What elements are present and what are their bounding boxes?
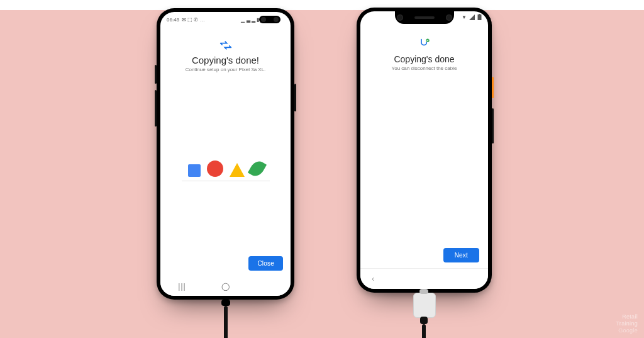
page-subtitle: You can disconnect the cable — [360, 65, 488, 71]
watermark-line: Training — [616, 320, 638, 327]
power-button — [492, 77, 494, 98]
shape-square-icon — [188, 164, 201, 177]
svg-rect-0 — [478, 14, 482, 20]
google-shapes-illustration — [182, 161, 270, 181]
punch-hole-camera — [259, 16, 280, 23]
usb-cable — [224, 306, 228, 338]
source-phone: 06:48 ✉ ⬚ ✆ … ▁ ▃ ▂ ▮ Copying's done! Co… — [157, 8, 294, 300]
shape-leaf-icon — [247, 159, 266, 179]
source-screen: 06:48 ✉ ⬚ ✆ … ▁ ▃ ▂ ▮ Copying's done! Co… — [160, 12, 291, 296]
status-left-icons: ✉ ⬚ ✆ … — [182, 17, 205, 23]
shape-circle-icon — [207, 161, 223, 177]
display-notch — [395, 11, 454, 24]
nav-recents-icon[interactable]: ||| — [174, 282, 191, 291]
watermark-line: Retail — [616, 313, 638, 320]
navigation-bar: ‹ — [360, 268, 488, 289]
status-right-icons: ▁ ▃ ▂ ▮ — [241, 17, 259, 23]
usb-c-tip — [419, 289, 428, 294]
volume-button — [492, 108, 494, 144]
power-button — [294, 84, 296, 111]
svg-rect-1 — [479, 14, 480, 14]
status-bar: ▼ — [462, 14, 482, 20]
watermark: Retail Training Google — [616, 313, 638, 334]
watermark-line: Google — [616, 327, 638, 334]
usb-cable — [422, 324, 426, 338]
transfer-icon — [160, 40, 291, 51]
page-title: Copying's done! — [160, 55, 291, 65]
stage: 06:48 ✉ ⬚ ✆ … ▁ ▃ ▂ ▮ Copying's done! Co… — [0, 0, 644, 338]
transfer-complete-icon — [360, 38, 488, 50]
front-camera-icon — [397, 14, 403, 21]
close-button[interactable]: Close — [248, 256, 283, 271]
target-screen: ▼ Copying's done You can disconnect the … — [360, 11, 488, 289]
usb-plug — [221, 300, 230, 306]
nav-home-icon[interactable]: ◯ — [218, 282, 234, 291]
volume-button — [155, 90, 157, 127]
page-subtitle: Continue setup on your Pixel 3a XL. — [160, 67, 291, 72]
usb-plug — [420, 317, 428, 324]
navigation-bar: ||| ◯ — [160, 277, 291, 296]
earpiece-speaker — [414, 16, 435, 19]
sensor-icon — [446, 14, 452, 21]
nav-back-icon[interactable]: ‹ — [372, 274, 374, 283]
target-phone: ▼ Copying's done You can disconnect the … — [357, 8, 492, 293]
page-title: Copying's done — [360, 54, 488, 64]
usb-adapter — [413, 293, 436, 318]
next-button[interactable]: Next — [443, 248, 479, 262]
status-time: 06:48 — [167, 17, 179, 23]
shape-triangle-icon — [230, 163, 245, 177]
bixby-button — [155, 65, 157, 84]
